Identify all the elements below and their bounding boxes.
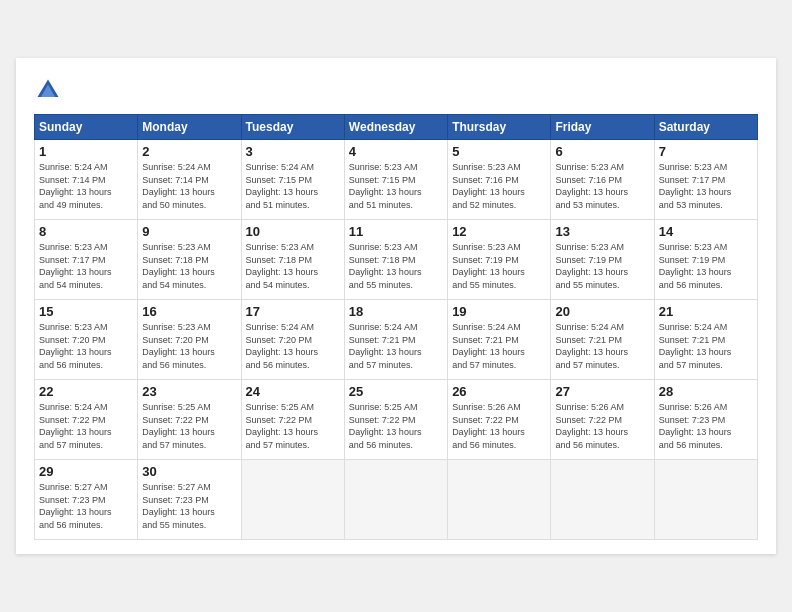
day-info: Sunrise: 5:24 AM Sunset: 7:14 PM Dayligh… (142, 161, 236, 211)
calendar-cell: 3Sunrise: 5:24 AM Sunset: 7:15 PM Daylig… (241, 140, 344, 220)
header-row (34, 76, 758, 104)
day-number: 3 (246, 144, 340, 159)
calendar-cell: 16Sunrise: 5:23 AM Sunset: 7:20 PM Dayli… (138, 300, 241, 380)
calendar-cell: 10Sunrise: 5:23 AM Sunset: 7:18 PM Dayli… (241, 220, 344, 300)
day-number: 11 (349, 224, 443, 239)
day-number: 5 (452, 144, 546, 159)
day-info: Sunrise: 5:24 AM Sunset: 7:15 PM Dayligh… (246, 161, 340, 211)
day-number: 24 (246, 384, 340, 399)
calendar-cell: 8Sunrise: 5:23 AM Sunset: 7:17 PM Daylig… (35, 220, 138, 300)
calendar-cell: 9Sunrise: 5:23 AM Sunset: 7:18 PM Daylig… (138, 220, 241, 300)
calendar-cell: 12Sunrise: 5:23 AM Sunset: 7:19 PM Dayli… (448, 220, 551, 300)
calendar-cell: 29Sunrise: 5:27 AM Sunset: 7:23 PM Dayli… (35, 460, 138, 540)
calendar-cell: 14Sunrise: 5:23 AM Sunset: 7:19 PM Dayli… (654, 220, 757, 300)
calendar-cell: 25Sunrise: 5:25 AM Sunset: 7:22 PM Dayli… (344, 380, 447, 460)
day-number: 20 (555, 304, 649, 319)
weekday-header-sunday: Sunday (35, 115, 138, 140)
day-number: 21 (659, 304, 753, 319)
day-number: 14 (659, 224, 753, 239)
calendar-week-1: 1Sunrise: 5:24 AM Sunset: 7:14 PM Daylig… (35, 140, 758, 220)
calendar-cell: 2Sunrise: 5:24 AM Sunset: 7:14 PM Daylig… (138, 140, 241, 220)
day-number: 13 (555, 224, 649, 239)
day-number: 15 (39, 304, 133, 319)
day-info: Sunrise: 5:24 AM Sunset: 7:22 PM Dayligh… (39, 401, 133, 451)
calendar-week-2: 8Sunrise: 5:23 AM Sunset: 7:17 PM Daylig… (35, 220, 758, 300)
day-number: 8 (39, 224, 133, 239)
day-info: Sunrise: 5:24 AM Sunset: 7:21 PM Dayligh… (349, 321, 443, 371)
day-number: 26 (452, 384, 546, 399)
weekday-header-wednesday: Wednesday (344, 115, 447, 140)
day-number: 27 (555, 384, 649, 399)
weekday-header-friday: Friday (551, 115, 654, 140)
calendar-week-4: 22Sunrise: 5:24 AM Sunset: 7:22 PM Dayli… (35, 380, 758, 460)
day-info: Sunrise: 5:23 AM Sunset: 7:17 PM Dayligh… (39, 241, 133, 291)
day-info: Sunrise: 5:23 AM Sunset: 7:16 PM Dayligh… (452, 161, 546, 211)
day-number: 9 (142, 224, 236, 239)
day-info: Sunrise: 5:26 AM Sunset: 7:23 PM Dayligh… (659, 401, 753, 451)
calendar-cell: 26Sunrise: 5:26 AM Sunset: 7:22 PM Dayli… (448, 380, 551, 460)
day-number: 12 (452, 224, 546, 239)
day-info: Sunrise: 5:24 AM Sunset: 7:21 PM Dayligh… (555, 321, 649, 371)
day-info: Sunrise: 5:25 AM Sunset: 7:22 PM Dayligh… (246, 401, 340, 451)
calendar-cell: 6Sunrise: 5:23 AM Sunset: 7:16 PM Daylig… (551, 140, 654, 220)
calendar-week-5: 29Sunrise: 5:27 AM Sunset: 7:23 PM Dayli… (35, 460, 758, 540)
day-info: Sunrise: 5:23 AM Sunset: 7:19 PM Dayligh… (452, 241, 546, 291)
day-number: 19 (452, 304, 546, 319)
calendar-cell: 30Sunrise: 5:27 AM Sunset: 7:23 PM Dayli… (138, 460, 241, 540)
day-info: Sunrise: 5:23 AM Sunset: 7:15 PM Dayligh… (349, 161, 443, 211)
day-info: Sunrise: 5:23 AM Sunset: 7:18 PM Dayligh… (246, 241, 340, 291)
calendar-cell (654, 460, 757, 540)
calendar-week-3: 15Sunrise: 5:23 AM Sunset: 7:20 PM Dayli… (35, 300, 758, 380)
calendar-container: SundayMondayTuesdayWednesdayThursdayFrid… (16, 58, 776, 554)
calendar-cell: 18Sunrise: 5:24 AM Sunset: 7:21 PM Dayli… (344, 300, 447, 380)
calendar-cell: 20Sunrise: 5:24 AM Sunset: 7:21 PM Dayli… (551, 300, 654, 380)
day-info: Sunrise: 5:27 AM Sunset: 7:23 PM Dayligh… (142, 481, 236, 531)
day-info: Sunrise: 5:23 AM Sunset: 7:17 PM Dayligh… (659, 161, 753, 211)
calendar-cell: 22Sunrise: 5:24 AM Sunset: 7:22 PM Dayli… (35, 380, 138, 460)
calendar-cell (448, 460, 551, 540)
calendar-cell: 17Sunrise: 5:24 AM Sunset: 7:20 PM Dayli… (241, 300, 344, 380)
logo (34, 76, 66, 104)
day-info: Sunrise: 5:23 AM Sunset: 7:16 PM Dayligh… (555, 161, 649, 211)
calendar-cell: 7Sunrise: 5:23 AM Sunset: 7:17 PM Daylig… (654, 140, 757, 220)
calendar-cell: 23Sunrise: 5:25 AM Sunset: 7:22 PM Dayli… (138, 380, 241, 460)
day-number: 6 (555, 144, 649, 159)
calendar-cell: 27Sunrise: 5:26 AM Sunset: 7:22 PM Dayli… (551, 380, 654, 460)
day-info: Sunrise: 5:23 AM Sunset: 7:18 PM Dayligh… (349, 241, 443, 291)
day-number: 2 (142, 144, 236, 159)
calendar-cell: 13Sunrise: 5:23 AM Sunset: 7:19 PM Dayli… (551, 220, 654, 300)
day-number: 30 (142, 464, 236, 479)
day-number: 1 (39, 144, 133, 159)
day-number: 16 (142, 304, 236, 319)
weekday-header-monday: Monday (138, 115, 241, 140)
calendar-cell: 21Sunrise: 5:24 AM Sunset: 7:21 PM Dayli… (654, 300, 757, 380)
day-info: Sunrise: 5:23 AM Sunset: 7:19 PM Dayligh… (555, 241, 649, 291)
calendar-cell: 1Sunrise: 5:24 AM Sunset: 7:14 PM Daylig… (35, 140, 138, 220)
day-info: Sunrise: 5:23 AM Sunset: 7:18 PM Dayligh… (142, 241, 236, 291)
calendar-cell: 4Sunrise: 5:23 AM Sunset: 7:15 PM Daylig… (344, 140, 447, 220)
day-number: 17 (246, 304, 340, 319)
day-number: 18 (349, 304, 443, 319)
weekday-header-tuesday: Tuesday (241, 115, 344, 140)
weekday-header-saturday: Saturday (654, 115, 757, 140)
day-info: Sunrise: 5:24 AM Sunset: 7:20 PM Dayligh… (246, 321, 340, 371)
day-info: Sunrise: 5:24 AM Sunset: 7:14 PM Dayligh… (39, 161, 133, 211)
day-number: 25 (349, 384, 443, 399)
day-number: 23 (142, 384, 236, 399)
day-info: Sunrise: 5:25 AM Sunset: 7:22 PM Dayligh… (349, 401, 443, 451)
day-info: Sunrise: 5:26 AM Sunset: 7:22 PM Dayligh… (452, 401, 546, 451)
calendar-cell (551, 460, 654, 540)
day-number: 4 (349, 144, 443, 159)
day-info: Sunrise: 5:24 AM Sunset: 7:21 PM Dayligh… (452, 321, 546, 371)
weekday-header-row: SundayMondayTuesdayWednesdayThursdayFrid… (35, 115, 758, 140)
day-number: 22 (39, 384, 133, 399)
calendar-cell: 24Sunrise: 5:25 AM Sunset: 7:22 PM Dayli… (241, 380, 344, 460)
calendar-cell: 15Sunrise: 5:23 AM Sunset: 7:20 PM Dayli… (35, 300, 138, 380)
day-number: 7 (659, 144, 753, 159)
calendar-table: SundayMondayTuesdayWednesdayThursdayFrid… (34, 114, 758, 540)
day-info: Sunrise: 5:27 AM Sunset: 7:23 PM Dayligh… (39, 481, 133, 531)
day-number: 29 (39, 464, 133, 479)
day-info: Sunrise: 5:26 AM Sunset: 7:22 PM Dayligh… (555, 401, 649, 451)
day-info: Sunrise: 5:23 AM Sunset: 7:19 PM Dayligh… (659, 241, 753, 291)
day-number: 10 (246, 224, 340, 239)
